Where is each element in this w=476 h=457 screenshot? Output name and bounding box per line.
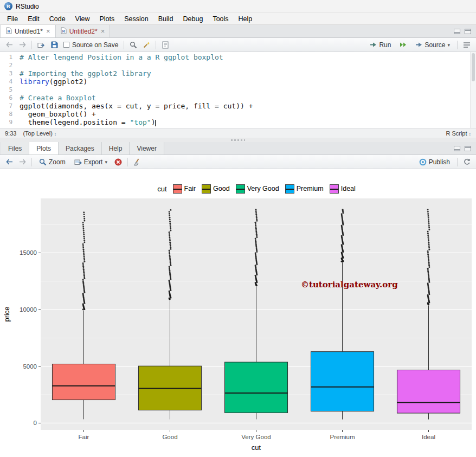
file-type-label: R Script	[446, 130, 467, 137]
export-dropdown-caret[interactable]: ▾	[105, 159, 107, 165]
code-line[interactable]: 4library(ggplot2)	[0, 78, 476, 86]
svg-text:Premium: Premium	[330, 434, 355, 440]
code-line[interactable]: 7ggplot(diamonds, aes(x = cut, y = price…	[0, 102, 476, 110]
source-pane-controls	[454, 25, 476, 37]
code-text: theme(legend.position = "top")	[20, 118, 156, 126]
close-tab-icon[interactable]: ×	[46, 28, 50, 35]
toolbar-separator	[31, 158, 32, 166]
code-editor[interactable]: 1# Alter lengend Position in a a R ggplo…	[0, 52, 476, 128]
legend-label: Fair	[184, 185, 196, 192]
line-number: 8	[0, 110, 20, 118]
svg-text:0: 0	[34, 420, 37, 426]
legend-key-icon	[236, 184, 245, 194]
menu-item-session[interactable]: Session	[119, 13, 153, 24]
scrollbar-thumb[interactable]	[472, 53, 475, 81]
scope-selector[interactable]: (Top Level)↕	[23, 130, 56, 137]
plot-legend: cutFairGoodVery GoodPremiumIdeal	[0, 183, 476, 194]
editor-lines[interactable]: 1# Alter lengend Position in a a R ggplo…	[0, 53, 476, 126]
code-line[interactable]: 6# Create a Boxplot	[0, 94, 476, 102]
tab-viewer[interactable]: Viewer	[130, 142, 164, 155]
run-label: Run	[379, 41, 391, 49]
maximize-pane-icon[interactable]	[465, 29, 471, 34]
previous-plot-icon[interactable]	[3, 157, 15, 168]
tab-files[interactable]: Files	[1, 142, 29, 155]
pane-splitter[interactable]	[0, 138, 476, 142]
source-on-save-toggle[interactable]: Source on Save	[61, 41, 120, 49]
publish-button[interactable]: Publish	[415, 157, 454, 167]
minimize-pane-icon[interactable]	[454, 29, 460, 34]
tab-packages[interactable]: Packages	[59, 142, 102, 155]
legend-key-icon	[173, 184, 182, 194]
export-button[interactable]: Export ▾	[70, 157, 111, 167]
menu-item-edit[interactable]: Edit	[23, 13, 44, 24]
bottom-tab-bar: FilesPlotsPackagesHelpViewer	[0, 142, 476, 155]
boxplot-box-ideal	[397, 370, 460, 414]
menu-item-build[interactable]: Build	[153, 13, 178, 24]
menu-item-view[interactable]: View	[70, 13, 95, 24]
tab-help[interactable]: Help	[102, 142, 130, 155]
tab-untitled1[interactable]: RUntitled1*×	[1, 25, 56, 37]
remove-plot-icon[interactable]	[112, 157, 124, 168]
code-line[interactable]: 1# Alter lengend Position in a a R ggplo…	[0, 53, 476, 61]
splitter-grip-icon[interactable]	[231, 139, 245, 141]
save-icon[interactable]	[48, 40, 60, 50]
minimize-pane-icon[interactable]	[454, 146, 460, 151]
menu-item-debug[interactable]: Debug	[178, 13, 208, 24]
y-axis-title: price	[3, 306, 11, 321]
source-toolbar: Source on Save Run Source ▾	[0, 38, 476, 52]
r-script-file-icon: R	[61, 27, 67, 36]
toolbar-separator	[457, 41, 458, 49]
title-bar: R RStudio	[0, 0, 476, 13]
maximize-pane-icon[interactable]	[465, 146, 471, 151]
menu-item-help[interactable]: Help	[234, 13, 258, 24]
menu-item-code[interactable]: Code	[44, 13, 70, 24]
rstudio-window: R RStudio FileEditCodeViewPlotsSessionBu…	[0, 0, 476, 457]
file-type-selector[interactable]: R Script↕	[446, 130, 471, 137]
legend-item-premium: Premium	[285, 184, 324, 194]
refresh-icon[interactable]	[461, 157, 473, 168]
tab-untitled2[interactable]: RUntitled2*×	[56, 25, 111, 37]
svg-text:10000: 10000	[20, 306, 37, 313]
close-tab-icon[interactable]: ×	[101, 28, 105, 35]
run-button[interactable]: Run	[366, 40, 395, 50]
code-line[interactable]: 5	[0, 86, 476, 94]
line-number: 6	[0, 94, 20, 102]
toolbar-separator	[124, 41, 124, 49]
code-line[interactable]: 3# Importing the ggplot2 library	[0, 69, 476, 78]
back-icon[interactable]	[3, 40, 15, 50]
menu-item-tools[interactable]: Tools	[208, 13, 233, 24]
compile-report-icon[interactable]	[159, 40, 171, 50]
code-line[interactable]: 8 geom_boxplot() +	[0, 110, 476, 118]
rstudio-logo-icon: R	[4, 2, 12, 10]
legend-item-ideal: Ideal	[330, 184, 356, 194]
cursor-position[interactable]: 9:33	[5, 130, 16, 137]
tab-plots[interactable]: Plots	[29, 142, 59, 155]
line-number: 5	[0, 86, 20, 94]
source-button[interactable]: Source ▾	[411, 40, 454, 50]
code-line[interactable]: 2	[0, 61, 476, 69]
rerun-button[interactable]	[396, 41, 410, 49]
menu-item-plots[interactable]: Plots	[94, 13, 119, 24]
line-number: 9	[0, 118, 20, 126]
editor-scrollbar[interactable]	[470, 52, 476, 128]
code-tools-wand-icon[interactable]	[140, 40, 152, 50]
document-outline-icon[interactable]	[461, 40, 473, 50]
watermark: ©tutorialgateway.org	[301, 280, 398, 289]
zoom-button[interactable]: Zoom	[35, 157, 69, 167]
code-line[interactable]: 9 theme(legend.position = "top")	[0, 118, 476, 126]
open-in-new-window-icon[interactable]	[35, 40, 47, 50]
next-plot-icon[interactable]	[16, 157, 28, 168]
forward-icon[interactable]	[16, 40, 28, 50]
menu-item-file[interactable]: File	[2, 13, 23, 24]
source-dropdown-caret[interactable]: ▾	[447, 42, 450, 48]
svg-text:Ideal: Ideal	[422, 434, 435, 440]
legend-label: Premium	[297, 185, 324, 192]
clear-all-plots-broom-icon[interactable]	[131, 157, 143, 168]
find-replace-icon[interactable]	[127, 40, 139, 50]
checkbox-icon[interactable]	[63, 42, 69, 48]
code-text: geom_boxplot() +	[20, 110, 96, 118]
text-cursor	[155, 120, 156, 126]
r-script-file-icon: R	[6, 27, 12, 36]
toolbar-separator	[457, 158, 458, 166]
toolbar-separator	[156, 41, 156, 49]
